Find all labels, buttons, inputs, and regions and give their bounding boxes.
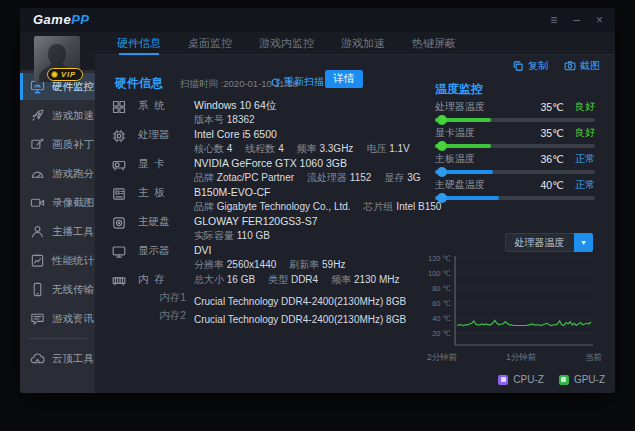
temp-source-dropdown[interactable]: 处理器温度 ▼ (505, 233, 593, 252)
gpuz-icon (559, 375, 569, 385)
panel-actions: 复制 截图 (512, 59, 600, 73)
record-icon (30, 195, 45, 210)
close-icon[interactable]: × (596, 14, 603, 26)
hw-main-value: Windows 10 64位 (194, 99, 437, 113)
hardware-row: 主 板B150M-EVO-CF品牌 Gigabyte Technology Co… (112, 186, 437, 213)
sidebar-item-tft-tools[interactable]: 云顶工具 (20, 345, 95, 372)
cloud-icon (30, 351, 45, 366)
cpuz-button[interactable]: CPU-Z (498, 374, 544, 385)
temp-status-badge: 良好 (573, 100, 595, 114)
hardware-info-title: 硬件信息 (115, 75, 163, 92)
rescan-icon (270, 77, 281, 88)
news-icon (30, 311, 45, 326)
hw-label: 主 板 (138, 186, 194, 213)
hardware-rows: 系 统Windows 10 64位版本号 18362处理器Intel Core … (112, 99, 437, 327)
chevron-down-icon[interactable]: ▼ (574, 233, 593, 252)
hw-label: 处理器 (138, 128, 194, 155)
hw-spec-line: 品牌 Zotac/PC Partner流处理器 1152显存 3G (194, 171, 437, 184)
memory-slot-label: 内存2 (138, 309, 194, 327)
hardware-row: 内 存总大小 16 GB类型 DDR4频率 2130 MHz (112, 273, 437, 288)
cpuz-icon (498, 375, 508, 385)
tab-game-boost[interactable]: 游戏加速 (341, 32, 385, 55)
temp-slider[interactable] (435, 170, 595, 174)
hardware-row: 处理器Intel Core i5 6500核心数 4线程数 4频率 3.3GHz… (112, 128, 437, 155)
temp-value: 40℃ (541, 179, 564, 191)
svg-text:40 ℃: 40 ℃ (432, 314, 451, 323)
memory-slot-row: 内存1Crucial Technology DDR4-2400(2130MHz)… (112, 291, 437, 309)
hw-spec-line: 分辨率 2560x1440刷新率 59Hz (194, 258, 437, 271)
tab-hardware-info[interactable]: 硬件信息 (117, 32, 161, 55)
logo-pp: PP (71, 12, 89, 27)
sidebar-item-quality-patch[interactable]: 画质补丁 (20, 131, 95, 158)
sidebar-item-wireless-transfer[interactable]: 无线传输 (20, 276, 95, 303)
svg-text:120 ℃: 120 ℃ (428, 254, 451, 263)
sidebar-item-label: 录像截图 (52, 196, 94, 210)
sidebar-item-record-screenshot[interactable]: 录像截图 (20, 189, 95, 216)
hw-label: 主硬盘 (138, 215, 194, 242)
rescan-button[interactable]: 重新扫描 (270, 75, 324, 89)
tab-hotkey-block[interactable]: 热键屏蔽 (412, 32, 456, 55)
temp-label: 处理器温度 (435, 100, 541, 114)
sidebar-item-game-benchmark[interactable]: 游戏跑分 (20, 160, 95, 187)
memory-slot-value: Crucial Technology DDR4-2400(2130MHz) 8G… (194, 314, 406, 325)
hw-spec-line: 版本号 18362 (194, 113, 437, 126)
copy-button[interactable]: 复制 (512, 59, 548, 73)
hw-label: 显 卡 (138, 157, 194, 184)
memory-icon (112, 274, 126, 288)
tab-bar: 硬件信息桌面监控游戏内监控游戏加速热键屏蔽 (117, 32, 456, 55)
screenshot-button[interactable]: 截图 (564, 59, 600, 73)
sidebar-item-streamer-tools[interactable]: 主播工具 (20, 218, 95, 245)
svg-text:60 ℃: 60 ℃ (432, 299, 451, 308)
hw-main-value: Intel Core i5 6500 (194, 128, 437, 142)
sidebar-item-game-news[interactable]: 游戏资讯 (20, 305, 95, 332)
slider-thumb-icon[interactable] (437, 141, 447, 151)
sidebar-divider (28, 338, 87, 339)
tab-desktop-monitor[interactable]: 桌面监控 (188, 32, 232, 55)
hw-spec-line: 实际容量 110 GB (194, 229, 437, 242)
hw-main-value: NVIDIA GeForce GTX 1060 3GB (194, 157, 437, 171)
temp-label: 显卡温度 (435, 126, 541, 140)
tab-ingame-monitor[interactable]: 游戏内监控 (259, 32, 314, 55)
gpuz-label: GPU-Z (574, 374, 605, 385)
temp-status-badge: 正常 (573, 178, 595, 192)
main-content: 硬件信息 扫描时间 :2020-01-10 11:18 重新扫描 详情 系 统W… (95, 55, 615, 393)
temp-item: 主板温度36℃正常 (435, 152, 595, 174)
rescan-label: 重新扫描 (284, 75, 324, 89)
sidebar-item-label: 无线传输 (52, 283, 94, 297)
gpuz-button[interactable]: GPU-Z (559, 374, 605, 385)
hw-label: 系 统 (138, 99, 194, 126)
chart-x-labels: 2分钟前 1分钟前 当前 (427, 352, 602, 364)
temp-list: 处理器温度35℃良好显卡温度35℃良好主板温度36℃正常主硬盘温度40℃正常 (435, 100, 595, 204)
temp-item: 主硬盘温度40℃正常 (435, 178, 595, 200)
temp-slider[interactable] (435, 144, 595, 148)
stats-icon (30, 253, 45, 268)
slider-thumb-icon[interactable] (437, 193, 447, 203)
display-icon (112, 245, 126, 259)
sidebar-menu: 硬件监控游戏加速画质补丁游戏跑分录像截图主播工具性能统计无线传输游戏资讯云顶工具 (20, 70, 95, 372)
sidebar-item-game-boost[interactable]: 游戏加速 (20, 102, 95, 129)
svg-text:20 ℃: 20 ℃ (432, 329, 451, 338)
windows-icon (112, 100, 126, 114)
motherboard-icon (112, 187, 126, 201)
hardware-row: 系 统Windows 10 64位版本号 18362 (112, 99, 437, 126)
hardware-row: 显 卡NVIDIA GeForce GTX 1060 3GB品牌 Zotac/P… (112, 157, 437, 184)
minimize-icon[interactable]: – (573, 14, 580, 26)
disk-icon (112, 216, 126, 230)
temp-slider[interactable] (435, 118, 595, 122)
sidebar-item-label: 游戏资讯 (52, 312, 94, 326)
temp-label: 主硬盘温度 (435, 178, 541, 192)
benchmark-icon (30, 166, 45, 181)
temp-item: 显卡温度35℃良好 (435, 126, 595, 148)
details-button[interactable]: 详情 (325, 70, 363, 88)
temp-slider[interactable] (435, 196, 595, 200)
slider-thumb-icon[interactable] (437, 115, 447, 125)
menu-icon[interactable]: ≡ (550, 14, 557, 26)
vip-label: VIP (61, 70, 76, 79)
temp-value: 36℃ (541, 153, 564, 165)
slider-thumb-icon[interactable] (437, 167, 447, 177)
sidebar-item-performance-stats[interactable]: 性能统计 (20, 247, 95, 274)
sidebar-item-label: 主播工具 (52, 225, 94, 239)
gpu-icon (112, 158, 126, 172)
x-tick-now: 当前 (585, 352, 602, 364)
x-tick-2min: 2分钟前 (427, 352, 457, 364)
